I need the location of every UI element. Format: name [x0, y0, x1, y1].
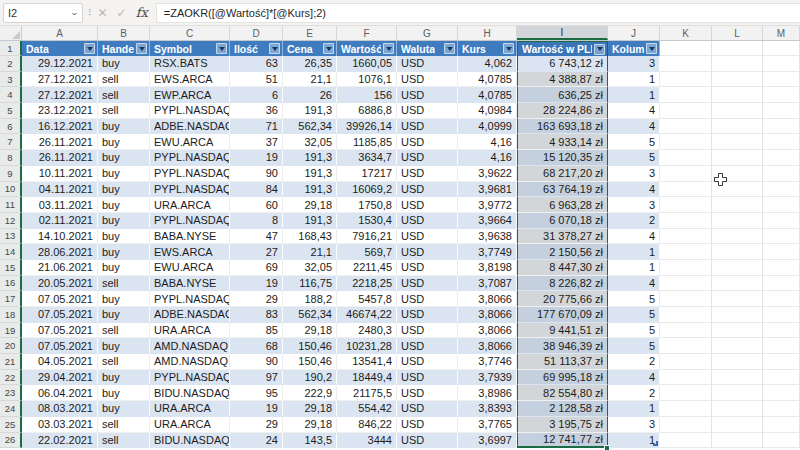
cell-L3[interactable] — [712, 72, 763, 88]
cell-B2[interactable]: buy — [98, 56, 150, 72]
cell-L10[interactable] — [712, 182, 763, 198]
cell-J11[interactable]: 3 — [608, 197, 660, 213]
cell-L21[interactable] — [712, 354, 763, 370]
cell-D5[interactable]: 36 — [230, 103, 283, 119]
cell-D13[interactable]: 47 — [230, 229, 283, 245]
cell-M21[interactable] — [763, 354, 800, 370]
cell-F10[interactable]: 16069,2 — [337, 182, 397, 198]
cell-H20[interactable]: 3,8066 — [458, 338, 517, 354]
cell-K24[interactable] — [660, 401, 712, 417]
cell-E7[interactable]: 32,05 — [283, 134, 337, 150]
cell-I9[interactable]: 68 217,20 zł — [517, 166, 608, 182]
cell-F24[interactable]: 554,42 — [337, 401, 397, 417]
cell-L15[interactable] — [712, 260, 763, 276]
cell-C3[interactable]: EWS.ARCA — [150, 72, 230, 88]
cell-J21[interactable]: 2 — [608, 354, 660, 370]
cell-D6[interactable]: 71 — [230, 119, 283, 135]
cell-H4[interactable]: 4,0785 — [458, 87, 517, 103]
cell-K13[interactable] — [660, 229, 712, 245]
row-number-23[interactable]: 23 — [0, 385, 22, 401]
cell-G3[interactable]: USD — [397, 72, 458, 88]
row-number-25[interactable]: 25 — [0, 417, 22, 433]
cell-I19[interactable]: 9 441,51 zł — [517, 323, 608, 339]
cell-H19[interactable]: 3,8066 — [458, 323, 517, 339]
row-number-4[interactable]: 4 — [0, 87, 22, 103]
cell-G17[interactable]: USD — [397, 291, 458, 307]
cell-D24[interactable]: 19 — [230, 401, 283, 417]
cell-E4[interactable]: 26 — [283, 87, 337, 103]
cell-H17[interactable]: 3,8066 — [458, 291, 517, 307]
cell-J6[interactable]: 4 — [608, 119, 660, 135]
cell-J14[interactable]: 1 — [608, 244, 660, 260]
cell-G19[interactable]: USD — [397, 323, 458, 339]
cell-M23[interactable] — [763, 385, 800, 401]
cell-I3[interactable]: 4 388,87 zł — [517, 72, 608, 88]
cell-I7[interactable]: 4 933,14 zł — [517, 134, 608, 150]
cell-F17[interactable]: 5457,8 — [337, 291, 397, 307]
cell-H5[interactable]: 4,0984 — [458, 103, 517, 119]
row-number-22[interactable]: 22 — [0, 370, 22, 386]
row-number-17[interactable]: 17 — [0, 291, 22, 307]
cell-M1[interactable] — [763, 41, 800, 56]
cell-K21[interactable] — [660, 354, 712, 370]
cell-B18[interactable]: buy — [98, 307, 150, 323]
cell-B4[interactable]: sell — [98, 87, 150, 103]
cell-K4[interactable] — [660, 87, 712, 103]
cell-F12[interactable]: 1530,4 — [337, 213, 397, 229]
cell-A2[interactable]: 29.12.2021 — [22, 56, 98, 72]
cell-D18[interactable]: 83 — [230, 307, 283, 323]
filter-dropdown-icon-kurs[interactable] — [503, 43, 514, 54]
cell-K19[interactable] — [660, 323, 712, 339]
row-number-20[interactable]: 20 — [0, 338, 22, 354]
cell-M15[interactable] — [763, 260, 800, 276]
filter-dropdown-icon-data[interactable] — [84, 43, 95, 54]
cell-G24[interactable]: USD — [397, 401, 458, 417]
cell-A17[interactable]: 07.05.2021 — [22, 291, 98, 307]
cell-E18[interactable]: 562,34 — [283, 307, 337, 323]
cell-J8[interactable]: 5 — [608, 150, 660, 166]
cell-H18[interactable]: 3,8066 — [458, 307, 517, 323]
cell-H11[interactable]: 3,9772 — [458, 197, 517, 213]
header-cell-symbol[interactable]: Symbol — [150, 41, 230, 56]
cell-A6[interactable]: 16.12.2021 — [22, 119, 98, 135]
cell-F13[interactable]: 7916,21 — [337, 229, 397, 245]
cell-L22[interactable] — [712, 370, 763, 386]
row-number-9[interactable]: 9 — [0, 166, 22, 182]
row-number-7[interactable]: 7 — [0, 134, 22, 150]
cell-E25[interactable]: 29,18 — [283, 417, 337, 433]
cell-L8[interactable] — [712, 150, 763, 166]
cell-I18[interactable]: 177 670,09 zł — [517, 307, 608, 323]
cell-B10[interactable]: buy — [98, 182, 150, 198]
cell-C6[interactable]: ADBE.NASDAQ — [150, 119, 230, 135]
cell-A13[interactable]: 14.10.2021 — [22, 229, 98, 245]
cell-L25[interactable] — [712, 417, 763, 433]
cell-I8[interactable]: 15 120,35 zł — [517, 150, 608, 166]
cell-D16[interactable]: 19 — [230, 276, 283, 292]
cell-D19[interactable]: 85 — [230, 323, 283, 339]
column-letter-J[interactable]: J — [608, 26, 660, 40]
select-all-corner[interactable] — [0, 26, 22, 40]
cell-K15[interactable] — [660, 260, 712, 276]
cell-M3[interactable] — [763, 72, 800, 88]
cell-K11[interactable] — [660, 197, 712, 213]
cell-D17[interactable]: 29 — [230, 291, 283, 307]
cell-G10[interactable]: USD — [397, 182, 458, 198]
column-letter-B[interactable]: B — [98, 26, 150, 40]
cell-F2[interactable]: 1660,05 — [337, 56, 397, 72]
cell-E13[interactable]: 168,43 — [283, 229, 337, 245]
header-cell-kolumn[interactable]: Kolumn — [608, 41, 660, 56]
cell-B20[interactable]: buy — [98, 338, 150, 354]
cell-M17[interactable] — [763, 291, 800, 307]
cell-F21[interactable]: 13541,4 — [337, 354, 397, 370]
cell-J10[interactable]: 4 — [608, 182, 660, 198]
row-number-12[interactable]: 12 — [0, 213, 22, 229]
cell-A4[interactable]: 27.12.2021 — [22, 87, 98, 103]
column-letter-H[interactable]: H — [458, 26, 517, 40]
column-letter-M[interactable]: M — [763, 26, 800, 40]
cell-L17[interactable] — [712, 291, 763, 307]
row-number-15[interactable]: 15 — [0, 260, 22, 276]
cell-H21[interactable]: 3,7746 — [458, 354, 517, 370]
cell-F15[interactable]: 2211,45 — [337, 260, 397, 276]
column-letter-E[interactable]: E — [283, 26, 337, 40]
cell-M14[interactable] — [763, 244, 800, 260]
